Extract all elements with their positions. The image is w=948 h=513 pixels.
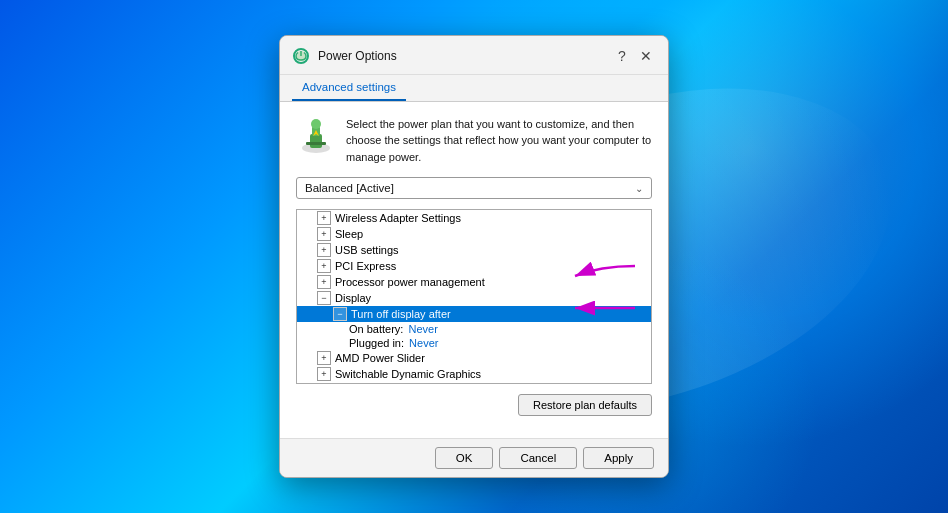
tree-item-turn-off-display[interactable]: − Turn off display after: [297, 306, 651, 322]
expand-icon-wireless[interactable]: +: [317, 211, 331, 225]
expand-icon-processor[interactable]: +: [317, 275, 331, 289]
tree-item-plugged-in[interactable]: Plugged in: Never: [297, 336, 651, 350]
dialog-footer: OK Cancel Apply: [280, 438, 668, 477]
tree-label-pci: PCI Express: [335, 260, 396, 272]
ok-button[interactable]: OK: [435, 447, 494, 469]
tree-item-switchable[interactable]: + Switchable Dynamic Graphics: [297, 366, 651, 382]
power-plan-dropdown[interactable]: Balanced [Active] ⌄: [296, 177, 652, 199]
expand-icon-switchable[interactable]: +: [317, 367, 331, 381]
expand-icon-usb[interactable]: +: [317, 243, 331, 257]
tree-value-on-battery: Never: [408, 323, 437, 335]
dialog-overlay: Power Options ? ✕ Advanced settings: [0, 0, 948, 513]
expand-icon-pci[interactable]: +: [317, 259, 331, 273]
power-plant-icon: [296, 116, 336, 156]
title-controls: ? ✕: [612, 46, 656, 66]
tree-label-usb: USB settings: [335, 244, 399, 256]
tree-label-turn-off: Turn off display after: [351, 308, 451, 320]
help-button[interactable]: ?: [612, 46, 632, 66]
dropdown-value: Balanced [Active]: [305, 182, 635, 194]
settings-tree[interactable]: + Wireless Adapter Settings + Sleep + US…: [296, 209, 652, 384]
tree-item-sleep[interactable]: + Sleep: [297, 226, 651, 242]
titlebar: Power Options ? ✕: [280, 36, 668, 75]
tree-item-wireless[interactable]: + Wireless Adapter Settings: [297, 210, 651, 226]
dialog-tabs: Advanced settings: [280, 75, 668, 102]
tree-item-display[interactable]: − Display: [297, 290, 651, 306]
svg-point-6: [311, 119, 321, 129]
tree-label-wireless: Wireless Adapter Settings: [335, 212, 461, 224]
tree-label-switchable: Switchable Dynamic Graphics: [335, 368, 481, 380]
tree-label-amd: AMD Power Slider: [335, 352, 425, 364]
tree-label-display: Display: [335, 292, 371, 304]
cancel-button[interactable]: Cancel: [499, 447, 577, 469]
svg-point-2: [296, 51, 306, 61]
intro-text: Select the power plan that you want to c…: [346, 116, 652, 166]
tree-item-on-battery[interactable]: On battery: Never: [297, 322, 651, 336]
expand-icon-display[interactable]: −: [317, 291, 331, 305]
intro-section: Select the power plan that you want to c…: [296, 116, 652, 166]
dropdown-container[interactable]: Balanced [Active] ⌄: [296, 177, 652, 199]
dialog-title: Power Options: [318, 49, 604, 63]
expand-icon-amd[interactable]: +: [317, 351, 331, 365]
restore-plan-defaults-button[interactable]: Restore plan defaults: [518, 394, 652, 416]
power-options-dialog: Power Options ? ✕ Advanced settings: [279, 35, 669, 479]
tree-item-pci[interactable]: + PCI Express: [297, 258, 651, 274]
close-button[interactable]: ✕: [636, 46, 656, 66]
dialog-body: Select the power plan that you want to c…: [280, 102, 668, 439]
tree-label-processor: Processor power management: [335, 276, 485, 288]
tree-value-plugged-in: Never: [409, 337, 438, 349]
expand-icon-turn-off[interactable]: −: [333, 307, 347, 321]
chevron-down-icon: ⌄: [635, 183, 643, 194]
tree-label-plugged-in: Plugged in:: [349, 337, 407, 349]
svg-rect-7: [306, 142, 326, 145]
tree-label-on-battery: On battery:: [349, 323, 406, 335]
tab-advanced-settings[interactable]: Advanced settings: [292, 75, 406, 101]
apply-button[interactable]: Apply: [583, 447, 654, 469]
svg-rect-4: [310, 134, 322, 148]
bottom-row: Restore plan defaults: [296, 394, 652, 416]
tree-label-sleep: Sleep: [335, 228, 363, 240]
tree-item-amd[interactable]: + AMD Power Slider: [297, 350, 651, 366]
power-icon: [292, 47, 310, 65]
tree-item-usb[interactable]: + USB settings: [297, 242, 651, 258]
expand-icon-sleep[interactable]: +: [317, 227, 331, 241]
tree-item-processor[interactable]: + Processor power management: [297, 274, 651, 290]
